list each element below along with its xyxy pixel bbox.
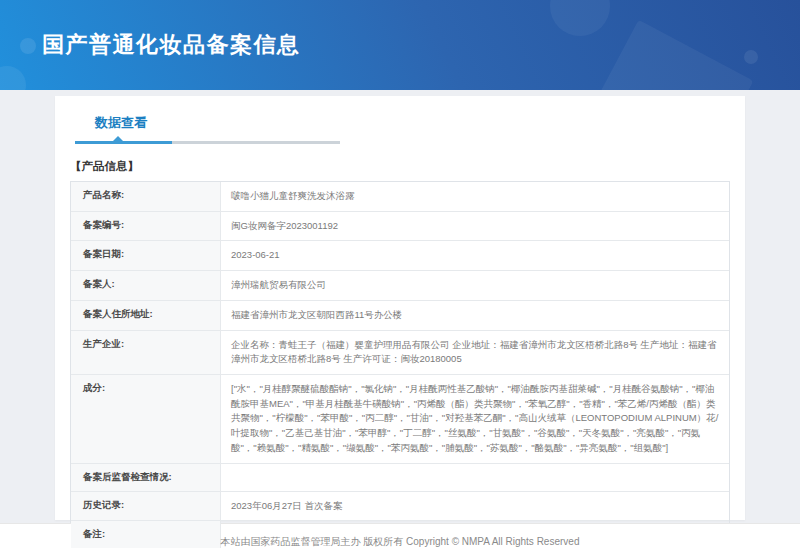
page-header: 国产普通化妆品备案信息 bbox=[0, 0, 800, 90]
section-product-info-title: 【产品信息】 bbox=[70, 159, 730, 174]
decorative-shape bbox=[596, 20, 753, 90]
decorative-circle bbox=[550, 0, 610, 36]
row-label: 备案编号: bbox=[71, 212, 221, 241]
row-value bbox=[221, 464, 729, 491]
row-value: 漳州瑞航贸易有限公司 bbox=[221, 271, 729, 300]
row-label: 生产企业: bbox=[71, 331, 221, 374]
main-card: 数据查看 【产品信息】 产品名称:啵噜小猫儿童舒爽洗发沐浴露备案编号:闽G妆网备… bbox=[55, 96, 745, 520]
tab-arrow-icon bbox=[113, 136, 123, 141]
decorative-circle bbox=[744, 50, 758, 64]
page-title: 国产普通化妆品备案信息 bbox=[42, 30, 301, 60]
tab-bar: 数据查看 bbox=[70, 96, 730, 144]
table-row: 备案编号:闽G妆网备字2023001192 bbox=[71, 212, 729, 242]
row-label: 备案日期: bbox=[71, 241, 221, 270]
row-label: 成分: bbox=[71, 375, 221, 463]
table-row: 备案人住所地址:福建省漳州市龙文区朝阳西路11号办公楼 bbox=[71, 301, 729, 331]
content-area: 数据查看 【产品信息】 产品名称:啵噜小猫儿童舒爽洗发沐浴露备案编号:闽G妆网备… bbox=[0, 90, 800, 523]
row-value: 2023年06月27日 首次备案 bbox=[221, 492, 729, 521]
row-label: 备注: bbox=[71, 521, 221, 548]
row-value: 2023-06-21 bbox=[221, 241, 729, 270]
row-label: 备案后监督检查情况: bbox=[71, 464, 221, 491]
table-row: 历史记录:2023年06月27日 首次备案 bbox=[71, 492, 729, 522]
product-info-table: 产品名称:啵噜小猫儿童舒爽洗发沐浴露备案编号:闽G妆网备字2023001192备… bbox=[70, 181, 730, 549]
table-row: 备案后监督检查情况: bbox=[71, 464, 729, 492]
row-value: 企业名称：青蛙王子（福建）婴童护理用品有限公司 企业地址：福建省漳州市龙文区梧桥… bbox=[221, 331, 729, 374]
table-row: 备案日期:2023-06-21 bbox=[71, 241, 729, 271]
row-value: ["水"，"月桂醇聚醚硫酸酯钠"，"氯化钠"，"月桂酰两性基乙酸钠"，"椰油酰胺… bbox=[221, 375, 729, 463]
table-row: 生产企业:企业名称：青蛙王子（福建）婴童护理用品有限公司 企业地址：福建省漳州市… bbox=[71, 331, 729, 375]
row-value: 啵噜小猫儿童舒爽洗发沐浴露 bbox=[221, 182, 729, 211]
table-row: 成分:["水"，"月桂醇聚醚硫酸酯钠"，"氯化钠"，"月桂酰两性基乙酸钠"，"椰… bbox=[71, 375, 729, 464]
table-row: 产品名称:啵噜小猫儿童舒爽洗发沐浴露 bbox=[71, 182, 729, 212]
row-label: 产品名称: bbox=[71, 182, 221, 211]
tab-underline bbox=[75, 141, 340, 144]
row-value: 闽G妆网备字2023001192 bbox=[221, 212, 729, 241]
row-value: 福建省漳州市龙文区朝阳西路11号办公楼 bbox=[221, 301, 729, 330]
decorative-circle bbox=[20, 38, 36, 54]
decorative-circle bbox=[0, 66, 26, 90]
row-label: 历史记录: bbox=[71, 492, 221, 521]
row-label: 备案人: bbox=[71, 271, 221, 300]
row-label: 备案人住所地址: bbox=[71, 301, 221, 330]
tab-active-indicator bbox=[75, 141, 172, 144]
table-row: 备案人:漳州瑞航贸易有限公司 bbox=[71, 271, 729, 301]
